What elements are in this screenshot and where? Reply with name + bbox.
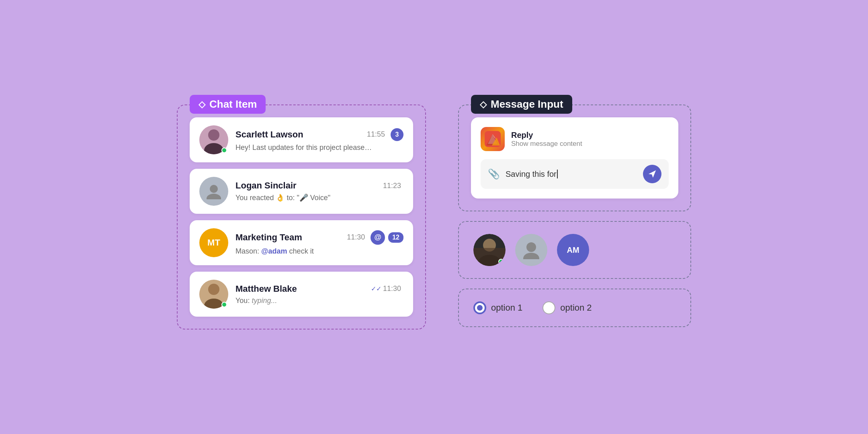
avatar-user-1 xyxy=(473,234,506,266)
mention-badge-marketing: @ xyxy=(371,230,385,245)
chat-preview-marketing: Mason: @adam check it xyxy=(235,247,372,256)
radio-option-1[interactable]: option 1 xyxy=(473,301,522,314)
radio-option-2[interactable]: option 2 xyxy=(542,301,592,314)
chat-header-logan: Logan Sinclair 11:23 xyxy=(235,180,403,191)
message-text-input[interactable]: Saving this for xyxy=(506,170,637,179)
option-2-label: option 2 xyxy=(560,303,592,313)
chat-item-matthew[interactable]: Matthew Blake ✓✓ 11:30 You: typing... xyxy=(190,272,413,317)
avatar-container-marketing: MT xyxy=(199,228,228,257)
avatar-container-logan xyxy=(199,177,228,206)
main-container: ◇ Chat Item xyxy=(161,88,707,346)
count-badge-marketing: 12 xyxy=(388,232,403,243)
chat-preview-matthew: You: typing... xyxy=(235,297,372,305)
chat-item-label: ◇ Chat Item xyxy=(190,95,266,114)
unread-badge-scarlett: 3 xyxy=(391,128,403,141)
radio-filled-icon xyxy=(473,301,486,314)
svg-point-5 xyxy=(207,194,221,199)
avatars-section: AM xyxy=(458,221,691,279)
chat-content-matthew: Matthew Blake ✓✓ 11:30 You: typing... xyxy=(235,284,403,305)
chat-time-marketing: 11:30 xyxy=(347,233,365,242)
attachment-icon: 📎 xyxy=(488,168,500,180)
svg-point-14 xyxy=(526,242,536,252)
badge-container-scarlett: 11:55 3 xyxy=(367,128,403,141)
chat-time-logan: 11:23 xyxy=(383,182,401,190)
typing-text: typing... xyxy=(252,297,277,305)
send-button[interactable] xyxy=(643,165,661,183)
online-indicator-matthew xyxy=(221,302,227,307)
double-check-icon: ✓✓ xyxy=(371,285,381,293)
options-section: option 1 option 2 xyxy=(458,289,691,327)
diamond-icon-msg: ◇ xyxy=(480,99,487,110)
chat-time-matthew: 11:30 xyxy=(383,285,401,293)
chat-list: Scarlett Lawson 11:55 3 Hey! Last update… xyxy=(190,117,413,317)
avatar-user-3: AM xyxy=(557,234,589,266)
chat-preview-logan: You reacted 👌 to: "🎤 Voice" xyxy=(235,193,372,202)
message-input-section: ◇ Message Input Reply xyxy=(458,104,691,211)
chat-header-scarlett: Scarlett Lawson 11:55 3 xyxy=(235,128,403,141)
radio-filled-inner xyxy=(477,305,483,311)
text-cursor xyxy=(557,170,558,178)
reply-app-icon xyxy=(481,127,505,151)
chat-name-matthew: Matthew Blake xyxy=(235,284,297,294)
chat-name-logan: Logan Sinclair xyxy=(235,180,297,191)
chat-item-scarlett[interactable]: Scarlett Lawson 11:55 3 Hey! Last update… xyxy=(190,117,413,162)
chat-name-marketing: Marketing Team xyxy=(235,232,302,243)
chat-item-marketing[interactable]: MT Marketing Team 11:30 @ 12 Mason: @ada… xyxy=(190,220,413,265)
avatar-logan xyxy=(199,177,228,206)
chat-preview-scarlett: Hey! Last updates for this project pleas… xyxy=(235,143,372,152)
avatar-container xyxy=(199,125,228,154)
time-with-check-matthew: ✓✓ 11:30 xyxy=(371,285,403,293)
chat-content-logan: Logan Sinclair 11:23 You reacted 👌 to: "… xyxy=(235,180,403,202)
message-input-label: ◇ Message Input xyxy=(471,95,572,114)
svg-rect-3 xyxy=(204,125,223,140)
avatar-container-matthew xyxy=(199,280,228,309)
chat-content-scarlett: Scarlett Lawson 11:55 3 Hey! Last update… xyxy=(235,128,403,152)
chat-header-matthew: Matthew Blake ✓✓ 11:30 xyxy=(235,284,403,294)
avatar-user-2 xyxy=(515,234,547,266)
mention-text: @adam xyxy=(261,247,287,255)
svg-point-15 xyxy=(523,253,539,259)
radio-empty-icon xyxy=(542,301,555,314)
message-input-card: Reply Show message content 📎 Saving this… xyxy=(471,117,678,199)
chat-item-panel: ◇ Chat Item xyxy=(177,104,426,330)
reply-text-block: Reply Show message content xyxy=(511,131,582,148)
svg-point-7 xyxy=(208,284,219,295)
reply-preview: Reply Show message content xyxy=(481,127,669,151)
right-panel: ◇ Message Input Reply xyxy=(458,104,691,327)
chat-item-logan[interactable]: Logan Sinclair 11:23 You reacted 👌 to: "… xyxy=(190,169,413,214)
input-row[interactable]: 📎 Saving this for xyxy=(481,159,669,189)
online-indicator-scarlett xyxy=(221,147,227,153)
chat-time-scarlett: 11:55 xyxy=(367,130,385,139)
chat-name-scarlett: Scarlett Lawson xyxy=(235,129,303,140)
svg-point-4 xyxy=(210,185,218,193)
diamond-icon: ◇ xyxy=(199,99,205,110)
chat-header-marketing: Marketing Team 11:30 @ 12 xyxy=(235,230,403,245)
option-1-label: option 1 xyxy=(491,303,522,313)
reply-title: Reply xyxy=(511,131,582,140)
online-dot-user-1 xyxy=(498,259,504,264)
chat-content-marketing: Marketing Team 11:30 @ 12 Mason: @adam c… xyxy=(235,230,403,256)
reply-subtitle: Show message content xyxy=(511,140,582,148)
badge-container-marketing: 11:30 @ 12 xyxy=(347,230,403,245)
avatar-marketing: MT xyxy=(199,228,228,257)
